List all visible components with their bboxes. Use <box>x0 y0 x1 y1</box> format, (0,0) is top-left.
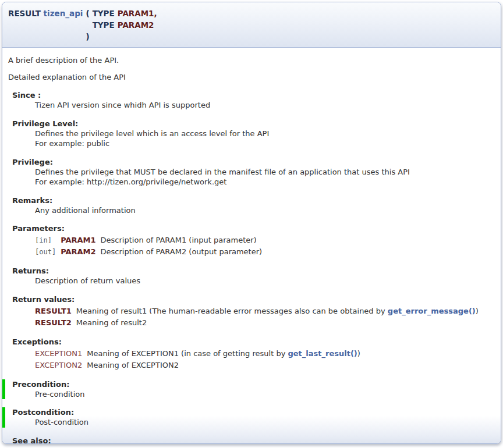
param-name: PARAM2 <box>61 246 100 258</box>
param-description: Description of PARAM1 (input parameter) <box>101 234 267 246</box>
exceptions-heading: Exceptions: <box>12 337 495 347</box>
remarks-text: Any additional information <box>35 206 495 216</box>
privilege-line2: For example: http://tizen.org/privilege/… <box>35 177 495 187</box>
return-value-row: RESULT2 Meaning of result2 <box>35 317 483 329</box>
signature-row-1: RESULT tizen_api ( TYPE PARAM1, <box>8 8 160 19</box>
exception-row: EXCEPTION1 Meaning of EXCEPTION1 (in cas… <box>35 348 365 360</box>
privilege-line1: Defines the privilege that MUST be decla… <box>35 168 495 177</box>
section-privilege-level: Privilege Level: Defines the privilege l… <box>12 119 495 149</box>
postcondition-text: Post-condition <box>35 418 495 428</box>
function-signature-header: RESULT tizen_api ( TYPE PARAM1, TYPE PAR… <box>2 2 501 48</box>
exception-name: EXCEPTION2 <box>35 360 87 371</box>
exception-row: EXCEPTION2 Meaning of EXCEPTION2 <box>35 360 365 371</box>
since-heading: Since : <box>12 90 495 100</box>
postcondition-heading: Postcondition: <box>12 407 495 417</box>
param-name: PARAM1 <box>61 234 100 246</box>
section-since: Since : Tizen API version since whidh AP… <box>12 90 495 111</box>
returns-heading: Returns: <box>12 266 495 276</box>
return-values-heading: Return values: <box>12 294 495 304</box>
get-error-message-link[interactable]: get_error_message() <box>388 307 476 315</box>
return-values-table: RESULT1 Meaning of result1 (The human-re… <box>35 305 483 329</box>
return-value-row: RESULT1 Meaning of result1 (The human-re… <box>35 305 483 317</box>
section-privilege: Privilege: Defines the privilege that MU… <box>12 157 495 187</box>
returns-text: Description of return values <box>35 276 495 286</box>
return-type: RESULT <box>8 9 41 18</box>
remarks-heading: Remarks: <box>12 195 495 205</box>
privilege-level-heading: Privilege Level: <box>12 119 495 129</box>
param2-name: PARAM2 <box>118 19 160 31</box>
section-parameters: Parameters: [in] PARAM1 Description of P… <box>12 223 495 258</box>
param1-name: PARAM1, <box>118 8 160 19</box>
parameters-table: [in] PARAM1 Description of PARAM1 (input… <box>35 234 267 258</box>
section-postcondition: Postcondition: Post-condition <box>2 407 495 428</box>
section-exceptions: Exceptions: EXCEPTION1 Meaning of EXCEPT… <box>12 337 495 371</box>
api-name-link[interactable]: tizen_api <box>44 9 83 18</box>
function-name-cell: RESULT tizen_api <box>8 8 86 19</box>
privilege-heading: Privilege: <box>12 157 495 167</box>
close-paren: ) <box>86 31 92 42</box>
detailed-description: Detailed explanation of the API <box>8 73 495 82</box>
privilege-level-line1: Defines the privilege level which is an … <box>35 129 495 139</box>
precondition-text: Pre-condition <box>35 390 495 400</box>
exceptions-table: EXCEPTION1 Meaning of EXCEPTION1 (in cas… <box>35 348 365 371</box>
signature-row-2: TYPE PARAM2 <box>8 19 160 31</box>
parameter-row: [in] PARAM1 Description of PARAM1 (input… <box>35 234 267 246</box>
exception-description: Meaning of EXCEPTION1 (in case of gettin… <box>87 348 365 360</box>
param-direction: [in] <box>35 234 61 246</box>
privilege-level-line2: For example: public <box>35 139 495 149</box>
since-text: Tizen API version since whidh API is sup… <box>35 101 495 111</box>
return-value-name: RESULT2 <box>35 317 76 329</box>
parameters-heading: Parameters: <box>12 223 495 233</box>
exception-description: Meaning of EXCEPTION2 <box>87 360 365 371</box>
api-doc-card: RESULT tizen_api ( TYPE PARAM1, TYPE PAR… <box>2 2 501 444</box>
section-return-values: Return values: RESULT1 Meaning of result… <box>12 294 495 329</box>
precondition-heading: Precondition: <box>12 379 495 389</box>
param-description: Description of PARAM2 (output parameter) <box>101 246 267 258</box>
section-remarks: Remarks: Any additional information <box>12 195 495 216</box>
section-see-also: See also: Other related APIs <box>12 436 495 444</box>
section-returns: Returns: Description of return values <box>12 266 495 286</box>
signature-table: RESULT tizen_api ( TYPE PARAM1, TYPE PAR… <box>8 8 160 42</box>
exception-name: EXCEPTION1 <box>35 348 87 360</box>
return-value-description: Meaning of result2 <box>76 317 483 329</box>
return-value-description: Meaning of result1 (The human-readable e… <box>76 305 483 317</box>
parameter-row: [out] PARAM2 Description of PARAM2 (outp… <box>35 246 267 258</box>
see-also-heading: See also: <box>12 436 495 444</box>
open-paren: ( <box>86 8 92 19</box>
signature-row-3: ) <box>8 31 160 42</box>
param2-type: TYPE <box>93 19 118 31</box>
param1-type: TYPE <box>93 8 118 19</box>
brief-description: A brief description of the API. <box>8 56 495 65</box>
return-value-name: RESULT1 <box>35 305 76 317</box>
section-precondition: Precondition: Pre-condition <box>2 379 495 400</box>
param-direction: [out] <box>35 246 61 258</box>
get-last-result-link[interactable]: get_last_result() <box>288 349 357 358</box>
function-documentation-body: A brief description of the API. Detailed… <box>2 48 501 443</box>
